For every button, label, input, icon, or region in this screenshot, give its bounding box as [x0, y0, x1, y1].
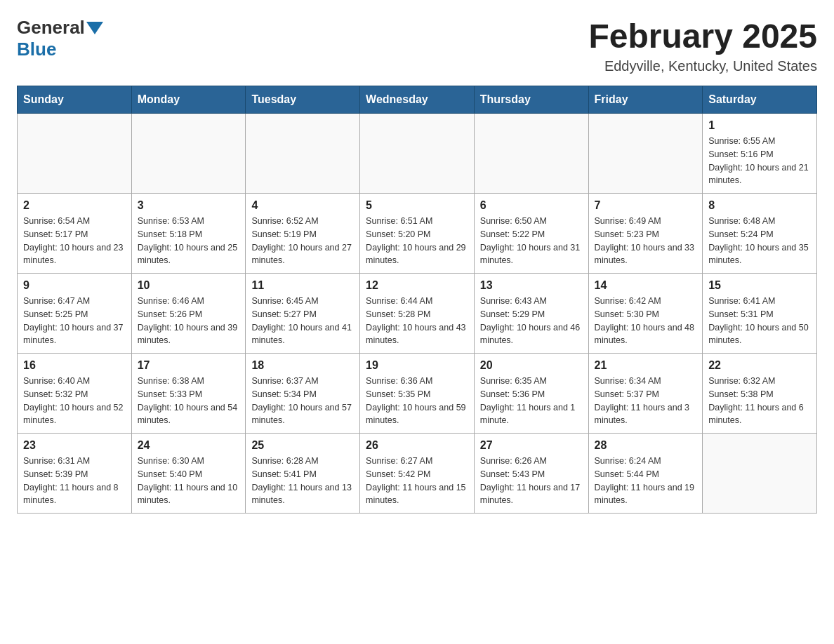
calendar-day-cell: 7Sunrise: 6:49 AMSunset: 5:23 PMDaylight… — [588, 194, 703, 274]
calendar-day-cell — [131, 114, 246, 194]
weekday-header: Thursday — [474, 86, 588, 114]
weekday-header: Sunday — [18, 86, 132, 114]
calendar-day-cell: 1Sunrise: 6:55 AMSunset: 5:16 PMDaylight… — [703, 114, 817, 194]
day-number: 27 — [480, 439, 583, 452]
day-number: 2 — [23, 199, 126, 212]
day-number: 11 — [251, 279, 354, 292]
day-info: Sunrise: 6:43 AMSunset: 5:29 PMDaylight:… — [480, 295, 583, 347]
calendar-day-cell — [18, 114, 132, 194]
day-number: 5 — [366, 199, 468, 212]
day-number: 23 — [23, 439, 126, 452]
day-info: Sunrise: 6:46 AMSunset: 5:26 PMDaylight:… — [138, 295, 240, 347]
calendar-day-cell: 15Sunrise: 6:41 AMSunset: 5:31 PMDayligh… — [703, 274, 817, 354]
day-info: Sunrise: 6:40 AMSunset: 5:32 PMDaylight:… — [23, 375, 126, 427]
calendar-day-cell — [588, 114, 703, 194]
calendar-day-cell: 23Sunrise: 6:31 AMSunset: 5:39 PMDayligh… — [18, 434, 132, 514]
calendar-day-cell: 22Sunrise: 6:32 AMSunset: 5:38 PMDayligh… — [703, 354, 817, 434]
calendar-week-row: 16Sunrise: 6:40 AMSunset: 5:32 PMDayligh… — [18, 354, 817, 434]
page-header: General Blue February 2025 Eddyville, Ke… — [17, 17, 817, 74]
calendar-day-cell: 14Sunrise: 6:42 AMSunset: 5:30 PMDayligh… — [588, 274, 703, 354]
day-info: Sunrise: 6:41 AMSunset: 5:31 PMDaylight:… — [708, 295, 811, 347]
calendar-day-cell: 3Sunrise: 6:53 AMSunset: 5:18 PMDaylight… — [131, 194, 246, 274]
day-info: Sunrise: 6:45 AMSunset: 5:27 PMDaylight:… — [251, 295, 354, 347]
calendar-week-row: 1Sunrise: 6:55 AMSunset: 5:16 PMDaylight… — [18, 114, 817, 194]
logo-blue-text: Blue — [17, 39, 56, 60]
calendar-table: SundayMondayTuesdayWednesdayThursdayFrid… — [17, 86, 817, 514]
day-info: Sunrise: 6:52 AMSunset: 5:19 PMDaylight:… — [251, 215, 354, 267]
weekday-header: Monday — [131, 86, 246, 114]
calendar-day-cell: 4Sunrise: 6:52 AMSunset: 5:19 PMDaylight… — [246, 194, 360, 274]
weekday-header: Tuesday — [246, 86, 360, 114]
calendar-week-row: 2Sunrise: 6:54 AMSunset: 5:17 PMDaylight… — [18, 194, 817, 274]
day-number: 13 — [480, 279, 583, 292]
day-info: Sunrise: 6:37 AMSunset: 5:34 PMDaylight:… — [251, 375, 354, 427]
calendar-day-cell: 24Sunrise: 6:30 AMSunset: 5:40 PMDayligh… — [131, 434, 246, 514]
day-info: Sunrise: 6:42 AMSunset: 5:30 PMDaylight:… — [595, 295, 697, 347]
day-info: Sunrise: 6:55 AMSunset: 5:16 PMDaylight:… — [708, 135, 811, 187]
day-number: 6 — [480, 199, 583, 212]
day-number: 19 — [366, 359, 468, 372]
day-info: Sunrise: 6:51 AMSunset: 5:20 PMDaylight:… — [366, 215, 468, 267]
calendar-day-cell: 8Sunrise: 6:48 AMSunset: 5:24 PMDaylight… — [703, 194, 817, 274]
day-info: Sunrise: 6:38 AMSunset: 5:33 PMDaylight:… — [138, 375, 240, 427]
day-number: 16 — [23, 359, 126, 372]
logo: General Blue — [17, 17, 105, 60]
day-info: Sunrise: 6:28 AMSunset: 5:41 PMDaylight:… — [251, 455, 354, 507]
calendar-day-cell: 19Sunrise: 6:36 AMSunset: 5:35 PMDayligh… — [360, 354, 475, 434]
calendar-week-row: 9Sunrise: 6:47 AMSunset: 5:25 PMDaylight… — [18, 274, 817, 354]
day-number: 17 — [138, 359, 240, 372]
calendar-day-cell: 5Sunrise: 6:51 AMSunset: 5:20 PMDaylight… — [360, 194, 475, 274]
day-number: 28 — [595, 439, 697, 452]
day-number: 12 — [366, 279, 468, 292]
day-info: Sunrise: 6:47 AMSunset: 5:25 PMDaylight:… — [23, 295, 126, 347]
day-number: 15 — [708, 279, 811, 292]
calendar-day-cell — [360, 114, 475, 194]
day-number: 25 — [251, 439, 354, 452]
calendar-day-cell — [703, 434, 817, 514]
title-section: February 2025 Eddyville, Kentucky, Unite… — [588, 17, 817, 74]
calendar-day-cell: 10Sunrise: 6:46 AMSunset: 5:26 PMDayligh… — [131, 274, 246, 354]
calendar-day-cell: 28Sunrise: 6:24 AMSunset: 5:44 PMDayligh… — [588, 434, 703, 514]
day-number: 4 — [251, 199, 354, 212]
calendar-day-cell: 6Sunrise: 6:50 AMSunset: 5:22 PMDaylight… — [474, 194, 588, 274]
day-number: 22 — [708, 359, 811, 372]
weekday-header: Saturday — [703, 86, 817, 114]
day-number: 21 — [595, 359, 697, 372]
calendar-day-cell: 25Sunrise: 6:28 AMSunset: 5:41 PMDayligh… — [246, 434, 360, 514]
subtitle: Eddyville, Kentucky, United States — [588, 58, 817, 74]
day-number: 26 — [366, 439, 468, 452]
day-info: Sunrise: 6:44 AMSunset: 5:28 PMDaylight:… — [366, 295, 468, 347]
calendar-header-row: SundayMondayTuesdayWednesdayThursdayFrid… — [18, 86, 817, 114]
day-info: Sunrise: 6:54 AMSunset: 5:17 PMDaylight:… — [23, 215, 126, 267]
calendar-week-row: 23Sunrise: 6:31 AMSunset: 5:39 PMDayligh… — [18, 434, 817, 514]
calendar-day-cell — [246, 114, 360, 194]
weekday-header: Friday — [588, 86, 703, 114]
calendar-day-cell: 21Sunrise: 6:34 AMSunset: 5:37 PMDayligh… — [588, 354, 703, 434]
day-number: 20 — [480, 359, 583, 372]
day-number: 10 — [138, 279, 240, 292]
day-info: Sunrise: 6:30 AMSunset: 5:40 PMDaylight:… — [138, 455, 240, 507]
calendar-day-cell: 12Sunrise: 6:44 AMSunset: 5:28 PMDayligh… — [360, 274, 475, 354]
calendar-day-cell: 18Sunrise: 6:37 AMSunset: 5:34 PMDayligh… — [246, 354, 360, 434]
day-number: 9 — [23, 279, 126, 292]
calendar-day-cell: 9Sunrise: 6:47 AMSunset: 5:25 PMDaylight… — [18, 274, 132, 354]
day-info: Sunrise: 6:27 AMSunset: 5:42 PMDaylight:… — [366, 455, 468, 507]
day-number: 18 — [251, 359, 354, 372]
day-info: Sunrise: 6:32 AMSunset: 5:38 PMDaylight:… — [708, 375, 811, 427]
day-number: 24 — [138, 439, 240, 452]
calendar-day-cell: 17Sunrise: 6:38 AMSunset: 5:33 PMDayligh… — [131, 354, 246, 434]
day-number: 8 — [708, 199, 811, 212]
weekday-header: Wednesday — [360, 86, 475, 114]
calendar-day-cell: 13Sunrise: 6:43 AMSunset: 5:29 PMDayligh… — [474, 274, 588, 354]
calendar-day-cell: 26Sunrise: 6:27 AMSunset: 5:42 PMDayligh… — [360, 434, 475, 514]
logo-triangle-icon — [86, 22, 103, 34]
logo-general-text: General — [17, 17, 85, 39]
day-info: Sunrise: 6:48 AMSunset: 5:24 PMDaylight:… — [708, 215, 811, 267]
day-info: Sunrise: 6:24 AMSunset: 5:44 PMDaylight:… — [595, 455, 697, 507]
day-number: 1 — [708, 119, 811, 132]
day-info: Sunrise: 6:35 AMSunset: 5:36 PMDaylight:… — [480, 375, 583, 427]
calendar-day-cell: 2Sunrise: 6:54 AMSunset: 5:17 PMDaylight… — [18, 194, 132, 274]
main-title: February 2025 — [588, 17, 817, 55]
day-info: Sunrise: 6:34 AMSunset: 5:37 PMDaylight:… — [595, 375, 697, 427]
calendar-day-cell — [474, 114, 588, 194]
